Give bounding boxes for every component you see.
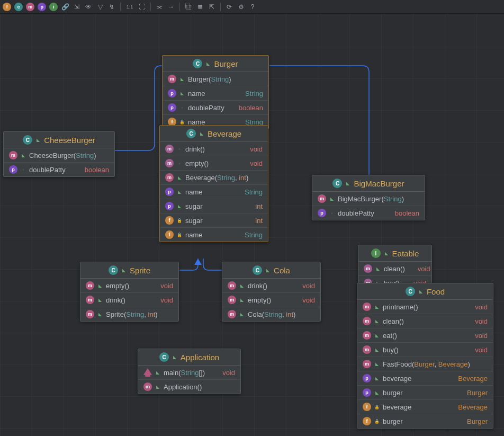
member-row[interactable]: p○doublePattyboolean xyxy=(163,101,268,115)
member-row[interactable]: f🔒burgerBurger xyxy=(357,414,493,428)
toolbar-refresh-icon[interactable]: ⟳ xyxy=(224,2,234,12)
modifier-icon: ◣ xyxy=(155,370,160,375)
member-row[interactable]: m◣eat()void xyxy=(357,328,493,343)
class-icon: C xyxy=(159,352,169,362)
toolbar-pill-m[interactable]: m xyxy=(25,2,35,12)
member-row[interactable]: p◣burgerBurger xyxy=(357,386,493,400)
member-row[interactable]: f🔒beverageBeverage xyxy=(357,400,493,414)
member-row[interactable]: m◣Sprite(String, int) xyxy=(80,307,178,321)
modifier-icon: ◣ xyxy=(374,347,380,352)
modifier-icon: 🔒 xyxy=(179,119,185,124)
class-Cola[interactable]: C ◣ Colam◣drink()voidm◣empty()voidm◣Cola… xyxy=(222,262,321,322)
toolbar: fcmpi🔗⇲👁▽↯1:1⛶⫘→⿻≣⇱⟳⚙? xyxy=(0,0,504,14)
modifier-icon: ◣ xyxy=(177,189,182,194)
m-badge-icon: m xyxy=(363,302,371,311)
member-name: FastFood(Burger, Beverage) xyxy=(383,360,470,368)
return-type: boolean xyxy=(385,209,419,217)
member-name: drink() xyxy=(248,282,267,290)
class-BigMacBurger[interactable]: C ◣ BigMacBurgerm◣BigMacBurger(String)p○… xyxy=(312,175,425,220)
return-type: void xyxy=(151,282,173,290)
toolbar-pill-p[interactable]: p xyxy=(37,2,47,12)
toolbar-eye-icon[interactable]: 👁 xyxy=(84,2,93,12)
member-row[interactable]: m○empty()void xyxy=(160,156,268,171)
toolbar-export-icon[interactable]: ⇱ xyxy=(207,2,217,12)
member-name: empty() xyxy=(248,296,271,304)
member-row[interactable]: m◣clean()void xyxy=(357,314,493,328)
class-Application[interactable]: C ◣ Application◣main(String[])voidm◣Appl… xyxy=(138,349,241,394)
return-type: Burger xyxy=(457,417,488,425)
modifier-icon: 🔒 xyxy=(374,404,380,410)
toolbar-separator xyxy=(220,3,221,11)
member-row[interactable]: m◣drink()void xyxy=(80,293,178,307)
class-FastFood[interactable]: C ◣ Foodm◣printname()voidm◣clean()voidm◣… xyxy=(357,283,493,429)
modifier-icon: ◣ xyxy=(374,304,380,309)
diagram-canvas[interactable]: C ◣ Burgerm◣Burger(String)p◣nameStringp○… xyxy=(0,14,504,436)
member-row[interactable]: m◣Application() xyxy=(138,380,240,394)
toolbar-separator xyxy=(150,3,151,11)
return-type: void xyxy=(240,159,263,167)
member-row[interactable]: p◣nameString xyxy=(163,86,268,101)
toolbar-pill-c[interactable]: c xyxy=(14,2,23,12)
member-row[interactable]: ◣main(String[])void xyxy=(138,366,240,380)
toolbar-link-icon[interactable]: 🔗 xyxy=(60,2,70,12)
member-name: name xyxy=(185,188,203,196)
class-Beverage[interactable]: C ◣ Beveragem○drink()voidm○empty()voidm◣… xyxy=(159,125,268,242)
toolbar-pill-f[interactable]: f xyxy=(2,2,12,12)
class-CheeseBurger[interactable]: C ◣ CheeseBurgerm◣CheeseBurger(String)p○… xyxy=(3,131,115,177)
return-type: String xyxy=(235,231,263,239)
toolbar-route-icon[interactable]: ↯ xyxy=(107,2,116,12)
toolbar-filter-icon[interactable]: ▽ xyxy=(95,2,105,12)
toolbar-list-icon[interactable]: ≣ xyxy=(195,2,205,12)
class-header[interactable]: C ◣ CheeseBurger xyxy=(4,132,114,148)
interface-icon: I xyxy=(371,248,381,258)
member-row[interactable]: m◣Cola(String, int) xyxy=(222,307,320,321)
member-row[interactable]: m◣CheeseBurger(String) xyxy=(4,148,114,163)
member-row[interactable]: p○doublePattyboolean xyxy=(4,163,114,176)
member-row[interactable]: m◣BigMacBurger(String) xyxy=(312,192,425,206)
member-row[interactable]: p◣beverageBeverage xyxy=(357,371,493,386)
toolbar-collapse-icon[interactable]: ⇲ xyxy=(72,2,82,12)
class-header[interactable]: C ◣ Burger xyxy=(163,56,268,72)
class-header[interactable]: C ◣ Food xyxy=(357,283,493,300)
class-Sprite[interactable]: C ◣ Spritem◣empty()voidm◣drink()voidm◣Sp… xyxy=(80,262,179,322)
class-header[interactable]: C ◣ Application xyxy=(138,349,240,366)
member-row[interactable]: m◣drink()void xyxy=(222,279,320,293)
m-badge-icon: m xyxy=(165,173,174,182)
modifier-icon: ◣ xyxy=(374,376,380,381)
member-row[interactable]: p◣nameString xyxy=(160,185,268,199)
member-row[interactable]: m◣printname()void xyxy=(357,300,493,314)
modifier-icon: ◣ xyxy=(374,390,380,395)
modifier-icon: ○ xyxy=(177,146,182,152)
m-badge-icon: m xyxy=(143,382,152,391)
member-row[interactable]: m○drink()void xyxy=(160,142,268,156)
class-header[interactable]: C ◣ BigMacBurger xyxy=(312,175,425,192)
toolbar-copy-icon[interactable]: ⿻ xyxy=(184,2,193,12)
member-row[interactable]: m◣FastFood(Burger, Beverage) xyxy=(357,357,493,371)
return-type: void xyxy=(240,145,263,153)
return-type: int xyxy=(246,217,263,225)
member-row[interactable]: f🔒sugarint xyxy=(160,213,268,228)
member-row[interactable]: m◣Beverage(String, int) xyxy=(160,171,268,185)
member-row[interactable]: m◣clean()void xyxy=(358,262,431,276)
member-row[interactable]: m◣buy()void xyxy=(357,343,493,357)
toolbar-help-icon[interactable]: ? xyxy=(248,2,257,12)
member-row[interactable]: m◣empty()void xyxy=(222,293,320,307)
class-header[interactable]: C ◣ Cola xyxy=(222,262,320,279)
member-name: main(String[]) xyxy=(164,369,205,377)
toolbar-fit-icon[interactable]: ⛶ xyxy=(137,2,147,12)
member-row[interactable]: m◣Burger(String) xyxy=(163,72,268,86)
class-header[interactable]: I ◣ Eatable xyxy=(358,245,431,262)
class-header[interactable]: C ◣ Sprite xyxy=(80,262,178,279)
member-row[interactable]: p○doublePattyboolean xyxy=(312,206,425,220)
toolbar-goto-icon[interactable]: → xyxy=(166,2,176,12)
toolbar-1:1-icon[interactable]: 1:1 xyxy=(124,2,135,12)
m-badge-icon: m xyxy=(363,345,371,354)
member-row[interactable]: f🔒nameString xyxy=(160,228,268,242)
member-row[interactable]: m◣empty()void xyxy=(80,279,178,293)
toolbar-pill-i[interactable]: i xyxy=(49,2,58,12)
toolbar-settings-icon[interactable]: ⚙ xyxy=(236,2,246,12)
class-Burger[interactable]: C ◣ Burgerm◣Burger(String)p◣nameStringp○… xyxy=(162,55,269,129)
class-header[interactable]: C ◣ Beverage xyxy=(160,126,268,142)
toolbar-fork-icon[interactable]: ⫘ xyxy=(155,2,164,12)
member-row[interactable]: p◣sugarint xyxy=(160,199,268,213)
